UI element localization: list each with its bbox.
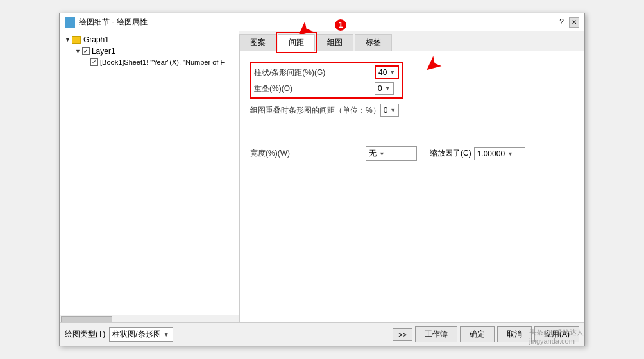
nav-button[interactable]: >> [393,328,412,341]
expand-arrow-graph1: ▼ [65,37,71,43]
scrollbar-thumb[interactable] [61,316,112,322]
type-value: 柱状图/条形图 [112,329,160,340]
close-button[interactable]: ✕ [569,17,579,28]
highlight-section: 柱状/条形间距(%)(G) 40 ▼ 重叠(%)(O) 0 ▼ [250,62,403,99]
ok-button[interactable]: 确定 [460,326,495,342]
overlap-row: 重叠(%)(O) 0 ▼ [254,82,399,95]
help-button[interactable]: ? [555,17,568,28]
tree-label-data: [Book1]Sheet1! "Year"(X), "Number of F [100,58,225,66]
tab-bar: 图案 间距 组图 标签 [239,31,584,51]
width-value: 无 [369,148,377,159]
width-select[interactable]: 无 ▼ [366,146,417,161]
group-spacing-row: 组图重叠时条形图的间距（单位：%） 0 ▼ [250,104,573,117]
worksheet-button[interactable]: 工作簿 [415,326,457,342]
group-spacing-label: 组图重叠时条形图的间距（单位：%） [250,105,380,116]
tree-area: ▼ Graph1 ▼ ✓ Layer1 ✓ [Book1]Sheet1! [60,31,239,315]
cancel-button[interactable]: 取消 [497,326,532,342]
expand-arrow-layer1: ▼ [75,48,81,54]
checkbox-layer1[interactable]: ✓ [82,47,90,55]
bottom-bar: 绘图类型(T) 柱状图/条形图 ▼ >> 工作簿 确定 取消 应用(A) [60,322,584,346]
width-row: 宽度(%)(W) 无 ▼ 缩放因子(C) 1.00000 ▼ [250,146,573,161]
type-select[interactable]: 柱状图/条形图 ▼ [109,327,173,342]
scale-arrow: ▼ [507,151,513,157]
type-label: 绘图类型(T) [65,329,105,340]
type-arrow: ▼ [164,331,169,338]
group-spacing-value: 0 [384,106,388,115]
checkbox-data[interactable]: ✓ [90,58,98,66]
watermark: 头条@D经验达人 jingyanda.com [529,328,584,345]
tree-item-data[interactable]: ✓ [Book1]Sheet1! "Year"(X), "Number of F [62,57,236,67]
width-label: 宽度(%)(W) [250,148,366,159]
tree-item-layer1[interactable]: ▼ ✓ Layer1 [62,46,236,57]
tab-zu[interactable]: 组图 [316,34,353,51]
tab-content-jian: 柱状/条形间距(%)(G) 40 ▼ 重叠(%)(O) 0 ▼ [239,51,584,322]
right-panel: 图案 间距 组图 标签 [239,31,584,322]
scale-value: 1.00000 [477,149,505,158]
horizontal-scrollbar[interactable] [60,315,239,322]
bar-spacing-arrow: ▼ [389,69,395,76]
window-body: ▼ Graph1 ▼ ✓ Layer1 ✓ [Book1]Sheet1! [60,31,584,322]
scale-label: 缩放因子(C) [430,148,471,159]
tree-label-layer1: Layer1 [92,47,115,56]
group-spacing-select[interactable]: 0 ▼ [380,104,400,117]
bottom-left: 绘图类型(T) 柱状图/条形图 ▼ [65,327,173,342]
left-panel: ▼ Graph1 ▼ ✓ Layer1 ✓ [Book1]Sheet1! [60,31,239,322]
title-bar-left: 绘图细节 - 绘图属性 [65,17,148,28]
tab-tuan[interactable]: 图案 [239,34,276,51]
overlap-label: 重叠(%)(O) [254,83,369,94]
window-title: 绘图细节 - 绘图属性 [79,17,148,28]
tree-item-graph1[interactable]: ▼ Graph1 [62,34,236,46]
title-bar-controls: ? ✕ [555,17,579,28]
bar-spacing-value: 40 [378,68,387,77]
title-bar: 绘图细节 - 绘图属性 ? ✕ [60,13,584,31]
tab-jian[interactable]: 间距 [278,34,315,51]
spacer [250,123,573,136]
folder-icon-graph1 [72,36,81,44]
bar-spacing-row: 柱状/条形间距(%)(G) 40 ▼ [254,65,399,79]
width-arrow: ▼ [379,151,385,157]
bar-spacing-label: 柱状/条形间距(%)(G) [254,67,369,78]
group-spacing-arrow: ▼ [390,107,396,113]
overlap-value: 0 [378,84,382,93]
app-icon [65,17,75,28]
tab-biao[interactable]: 标签 [355,34,392,51]
overlap-arrow: ▼ [385,85,391,92]
overlap-select[interactable]: 0 ▼ [375,82,394,95]
main-window: 绘图细节 - 绘图属性 ? ✕ ▼ Graph1 [59,13,585,346]
scale-select[interactable]: 1.00000 ▼ [474,147,525,160]
bar-spacing-select[interactable]: 40 ▼ [375,65,399,79]
tree-label-graph1: Graph1 [83,35,109,44]
